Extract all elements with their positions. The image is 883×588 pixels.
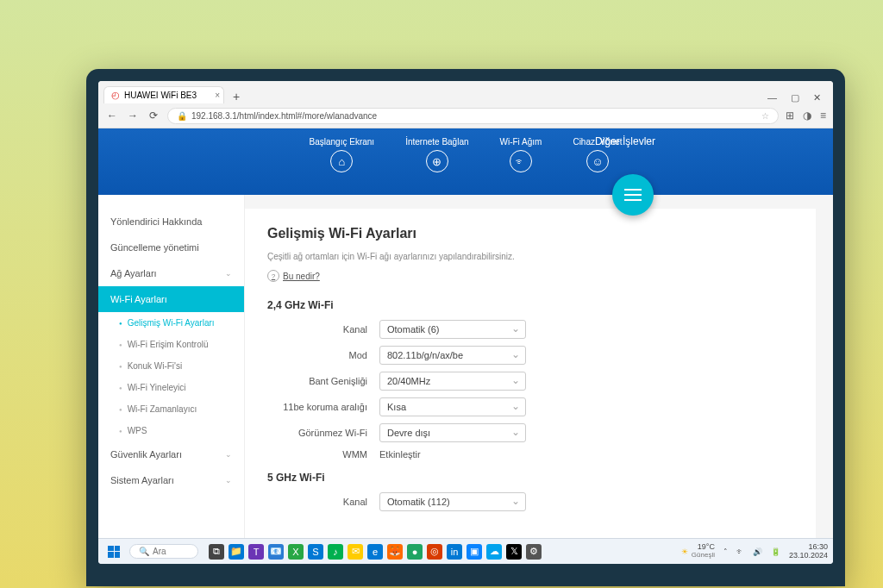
select-gorunmez-24[interactable]: Devre dışı xyxy=(379,423,526,442)
tab-bar: ◴ HUAWEI WiFi BE3 × + — ▢ ✕ xyxy=(98,81,833,103)
window-controls: — ▢ ✕ xyxy=(767,92,828,103)
taskbar-app-icon[interactable]: ◎ xyxy=(427,544,442,560)
nav-item[interactable]: İnternete Bağlan⊕ xyxy=(405,137,468,172)
sidebar-item[interactable]: Yönlendirici Hakkında xyxy=(98,209,244,235)
browser-tab[interactable]: ◴ HUAWEI WiFi BE3 × xyxy=(103,86,224,103)
sidebar-subitem[interactable]: Konuk Wi-Fi'si xyxy=(98,355,244,377)
taskbar-app-icon[interactable]: 𝕏 xyxy=(506,544,522,560)
lock-icon: 🔒 xyxy=(177,111,187,121)
taskbar-app-icon[interactable]: ⧉ xyxy=(209,544,224,560)
taskbar-app-icon[interactable]: 📁 xyxy=(229,544,244,560)
taskbar-app-icon[interactable]: e xyxy=(367,544,383,560)
browser-action-icons: ⊞ ◑ ≡ xyxy=(786,109,826,122)
taskbar-app-icon[interactable]: in xyxy=(447,544,462,560)
help-link[interactable]: Bu nedir? xyxy=(267,270,793,282)
nav-icon: ᯤ xyxy=(510,150,532,172)
weather-icon: ☀ xyxy=(681,547,688,556)
settings-sidebar: Yönlendirici HakkındaGüncelleme yönetimi… xyxy=(98,195,245,538)
more-menu-button[interactable] xyxy=(612,174,654,216)
taskbar-app-icon[interactable]: 🦊 xyxy=(387,544,403,560)
value-wmm-24: Etkinleştir xyxy=(379,449,421,460)
windows-taskbar: 🔍Ara ⧉📁T📧XS♪✉e🦊●◎in▣☁𝕏⚙ ☀ 19°C Güneşli ˄… xyxy=(98,538,833,564)
browser-chrome: ◴ HUAWEI WiFi BE3 × + — ▢ ✕ ← → ⟳ 🔒 192.… xyxy=(98,81,833,128)
minimize-icon[interactable]: — xyxy=(767,92,777,103)
back-icon[interactable]: ← xyxy=(105,109,119,122)
taskbar-apps: ⧉📁T📧XS♪✉e🦊●◎in▣☁𝕏⚙ xyxy=(209,544,542,560)
extensions-icon[interactable]: ⊞ xyxy=(786,109,794,122)
sidebar-subitem[interactable]: Wi-Fi Zamanlayıcı xyxy=(98,398,244,420)
weather-widget[interactable]: ☀ 19°C Güneşli xyxy=(681,543,715,560)
menu-icon[interactable]: ≡ xyxy=(820,109,826,122)
label-koruma-24: 11be koruma aralığı xyxy=(267,402,379,412)
url-text: 192.168.3.1/html/index.html#/more/wlanad… xyxy=(191,111,377,121)
select-koruma-24[interactable]: Kısa xyxy=(379,397,526,416)
close-tab-icon[interactable]: × xyxy=(215,91,220,100)
router-header: Başlangıç Ekranı⌂İnternete Bağlan⊕Wi-Fi … xyxy=(98,128,833,195)
search-icon: 🔍 xyxy=(139,547,149,556)
forward-icon[interactable]: → xyxy=(126,109,140,122)
sound-icon[interactable]: 🔊 xyxy=(753,547,762,556)
taskbar-search[interactable]: 🔍Ara xyxy=(129,544,198,559)
maximize-icon[interactable]: ▢ xyxy=(791,92,799,103)
sidebar-item[interactable]: Güncelleme yönetimi xyxy=(98,235,244,260)
nav-icon: ⊕ xyxy=(426,150,448,172)
page-body: Yönlendirici HakkındaGüncelleme yönetimi… xyxy=(98,195,833,538)
label-gorunmez-24: Görünmez Wi-Fi xyxy=(267,428,379,438)
section-5ghz: 5 GHz Wi-Fi xyxy=(267,472,793,484)
select-kanal-5[interactable]: Otomatik (112) xyxy=(379,492,526,511)
wifi-icon[interactable]: ᯤ xyxy=(736,547,744,556)
sidebar-item[interactable]: Wi-Fi Ayarları xyxy=(98,286,244,312)
taskbar-app-icon[interactable]: ● xyxy=(407,544,423,560)
taskbar-app-icon[interactable]: ▣ xyxy=(467,544,482,560)
taskbar-app-icon[interactable]: 📧 xyxy=(268,544,284,560)
sidebar-item[interactable]: Güvenlik Ayarları⌄ xyxy=(98,441,244,467)
account-icon[interactable]: ◑ xyxy=(803,109,811,122)
more-label: Diğer İşlevler xyxy=(595,135,655,147)
chevron-down-icon: ⌄ xyxy=(225,269,232,278)
sidebar-subitem[interactable]: Gelişmiş Wi-Fi Ayarları xyxy=(98,312,244,334)
page-title: Gelişmiş Wi-Fi Ayarları xyxy=(267,226,793,241)
taskbar-app-icon[interactable]: X xyxy=(288,544,304,560)
start-button[interactable] xyxy=(103,542,124,561)
sidebar-subitem[interactable]: Wi-Fi Erişim Kontrolü xyxy=(98,334,244,355)
label-mod-24: Mod xyxy=(267,350,379,360)
tray-chevron-icon[interactable]: ˄ xyxy=(723,547,728,556)
taskbar-app-icon[interactable]: ☁ xyxy=(486,544,502,560)
chevron-down-icon: ⌄ xyxy=(225,476,232,485)
hamburger-icon xyxy=(624,194,642,196)
close-window-icon[interactable]: ✕ xyxy=(813,92,821,103)
taskbar-tray: ☀ 19°C Güneşli ˄ ᯤ 🔊 🔋 16:30 23.10.2024 xyxy=(681,543,828,560)
address-bar[interactable]: 🔒 192.168.3.1/html/index.html#/more/wlan… xyxy=(167,108,779,124)
taskbar-app-icon[interactable]: ✉ xyxy=(348,544,363,560)
label-kanal-24: Kanal xyxy=(267,324,379,335)
sidebar-subitem[interactable]: Wi-Fi Yineleyici xyxy=(98,377,244,398)
label-bant-24: Bant Genişliği xyxy=(267,376,379,386)
reload-icon[interactable]: ⟳ xyxy=(147,109,160,122)
select-kanal-24[interactable]: Otomatik (6) xyxy=(379,320,526,339)
tab-favicon: ◴ xyxy=(111,90,120,101)
battery-icon[interactable]: 🔋 xyxy=(771,547,780,556)
screen: ◴ HUAWEI WiFi BE3 × + — ▢ ✕ ← → ⟳ 🔒 192.… xyxy=(98,81,833,564)
select-bant-24[interactable]: 20/40MHz xyxy=(379,372,526,391)
label-wmm-24: WMM xyxy=(267,449,379,460)
sidebar-item[interactable]: Sistem Ayarları⌄ xyxy=(98,467,244,493)
page-subtitle: Çeşitli ağ ortamları için Wi-Fi ağı ayar… xyxy=(267,252,793,261)
taskbar-app-icon[interactable]: ♪ xyxy=(328,544,343,560)
taskbar-app-icon[interactable]: S xyxy=(308,544,323,560)
tab-title: HUAWEI WiFi BE3 xyxy=(124,91,197,100)
bookmark-icon[interactable]: ☆ xyxy=(761,111,769,121)
new-tab-button[interactable]: + xyxy=(228,90,245,103)
windows-logo-icon xyxy=(108,546,120,558)
chevron-down-icon: ⌄ xyxy=(225,450,232,459)
sidebar-subitem[interactable]: WPS xyxy=(98,420,244,441)
nav-icon: ⌂ xyxy=(330,150,353,172)
nav-item[interactable]: Başlangıç Ekranı⌂ xyxy=(310,137,375,172)
taskbar-app-icon[interactable]: ⚙ xyxy=(526,544,542,560)
taskbar-app-icon[interactable]: T xyxy=(248,544,264,560)
taskbar-clock[interactable]: 16:30 23.10.2024 xyxy=(789,543,828,560)
nav-item[interactable]: Wi-Fi Ağımᯤ xyxy=(500,137,542,172)
content-panel: Gelişmiş Wi-Fi Ayarları Çeşitli ağ ortam… xyxy=(245,209,816,538)
sidebar-item[interactable]: Ağ Ayarları⌄ xyxy=(98,260,244,286)
address-bar-row: ← → ⟳ 🔒 192.168.3.1/html/index.html#/mor… xyxy=(98,103,833,128)
select-mod-24[interactable]: 802.11b/g/n/ax/be xyxy=(379,346,526,365)
